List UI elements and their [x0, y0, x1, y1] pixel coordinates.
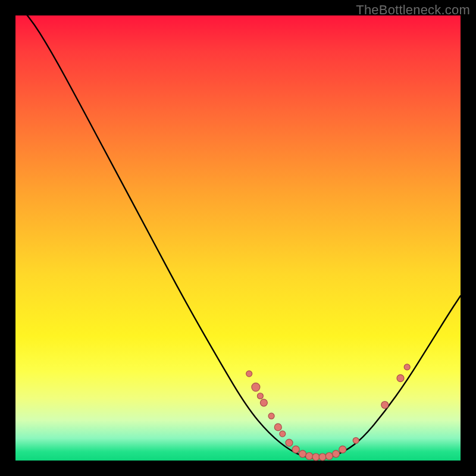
data-point — [246, 371, 252, 377]
data-point — [381, 402, 389, 409]
chart-svg — [15, 15, 461, 461]
data-point — [292, 446, 299, 453]
data-point — [268, 413, 274, 419]
data-point — [252, 383, 260, 392]
data-point — [260, 399, 267, 406]
data-point — [312, 453, 320, 461]
data-point — [339, 446, 346, 453]
data-point — [397, 375, 404, 382]
data-point — [286, 439, 293, 446]
data-point — [325, 453, 333, 460]
data-point — [306, 453, 313, 460]
data-point — [319, 453, 326, 461]
chart-plot-area — [15, 15, 461, 461]
data-point — [333, 450, 340, 458]
data-point — [280, 431, 286, 437]
data-point — [404, 364, 410, 370]
data-point — [353, 437, 359, 443]
data-points-group — [246, 364, 411, 461]
data-point — [274, 424, 281, 431]
data-point — [257, 393, 263, 399]
data-point — [299, 450, 306, 458]
bottleneck-curve — [15, 2, 461, 459]
